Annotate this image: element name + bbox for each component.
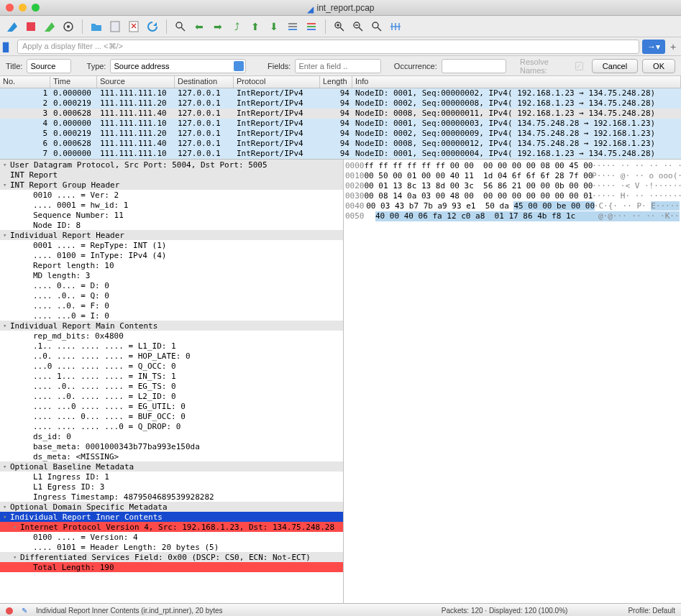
tree-item[interactable]: ▾Optional Domain Specific Metadata (0, 502, 343, 512)
tree-item[interactable]: .... ...0 .... .... = EG_UTIL: 0 (0, 401, 343, 411)
tree-item[interactable]: .... 0... = D: 0 (0, 280, 343, 290)
tree-item[interactable]: ...0 .... .... .... = Q_OCC: 0 (0, 361, 343, 371)
tree-item[interactable]: .... .... .... ...0 = Q_DROP: 0 (0, 421, 343, 431)
status-left: Individual Report Inner Contents (ir.ind… (36, 607, 223, 615)
wireshark-fin-icon: ◢ (306, 4, 314, 12)
colorize-button[interactable] (303, 19, 319, 35)
apply-filter-button[interactable]: →▾ (642, 40, 665, 54)
resolve-names-label: Resolve Names:✓ (520, 58, 583, 75)
tree-item[interactable]: ▾Individual Report Inner Contents (0, 512, 343, 522)
close-file-button[interactable] (126, 19, 142, 35)
tree-item[interactable]: ▾Internet Protocol Version 4, Src: 192.1… (0, 522, 343, 532)
tree-item[interactable]: .... .0.. .... .... = EG_TS: 0 (0, 381, 343, 391)
packet-list[interactable]: 10.000000111.111.111.10127.0.0.1IntRepor… (0, 88, 681, 159)
go-forward-button[interactable]: ➡ (210, 19, 226, 35)
tree-item[interactable]: 0100 .... = Version: 4 (0, 532, 343, 542)
go-last-button[interactable]: ⬇ (266, 19, 282, 35)
hex-row[interactable]: 001000 50 00 01 00 00 40 11 1d 04 6f 6f … (345, 171, 680, 181)
table-row[interactable]: 70.000000111.111.111.10127.0.0.1IntRepor… (0, 149, 681, 159)
zoom-reset-button[interactable] (369, 19, 385, 35)
auto-scroll-button[interactable] (285, 19, 301, 35)
start-capture-button[interactable] (4, 19, 20, 35)
save-file-button[interactable] (107, 19, 123, 35)
tree-item[interactable]: .... ..0. = F: 0 (0, 300, 343, 311)
tree-item[interactable]: .... .0.. = Q: 0 (0, 290, 343, 300)
tree-item[interactable]: ds_id: 0 (0, 431, 343, 441)
cancel-button[interactable]: Cancel (592, 59, 638, 73)
tree-item[interactable]: ..0. .... .... .... = HOP_LATE: 0 (0, 351, 343, 361)
tree-item[interactable]: MD length: 3 (0, 270, 343, 280)
table-row[interactable]: 50.000219111.111.111.20127.0.0.1IntRepor… (0, 129, 681, 139)
tree-item[interactable]: .... ...0 = I: 0 (0, 311, 343, 321)
bookmark-icon[interactable]: ▉ (3, 42, 12, 51)
tree-item[interactable]: Node ID: 8 (0, 220, 343, 230)
tree-item[interactable]: Total Length: 190 (0, 562, 343, 572)
column-editor-bar: Title: Type: Source address Fields: Occu… (0, 56, 681, 76)
reload-button[interactable] (145, 19, 160, 35)
occurrence-input[interactable] (442, 59, 506, 73)
tree-item[interactable]: base_meta: 0001000343b77ba993e150da (0, 441, 343, 451)
hex-row[interactable]: 0000ff ff ff ff ff ff 00 00 00 00 00 00 … (345, 161, 680, 171)
zoom-out-button[interactable] (350, 19, 366, 35)
tree-item[interactable]: Report length: 10 (0, 260, 343, 270)
tree-item[interactable]: ▾Individual Report Header (0, 230, 343, 240)
go-back-button[interactable]: ⬅ (191, 19, 207, 35)
table-row[interactable]: 60.000628111.111.111.40127.0.0.1IntRepor… (0, 139, 681, 149)
tree-item[interactable]: rep_md_bits: 0x4800 (0, 331, 343, 341)
tree-item[interactable]: 0010 .... = Ver: 2 (0, 190, 343, 200)
packet-details-tree[interactable]: ▾User Datagram Protocol, Src Port: 5004,… (0, 160, 344, 603)
stop-capture-button[interactable] (23, 19, 39, 35)
tree-item[interactable]: .... 0001 = hw_id: 1 (0, 200, 343, 210)
tree-item[interactable]: ▾User Datagram Protocol, Src Port: 5004,… (0, 160, 343, 170)
tree-item[interactable]: L1 Egress ID: 3 (0, 482, 343, 492)
ok-button[interactable]: OK (642, 59, 675, 73)
hex-row[interactable]: 005040 00 40 06 fa 12 c0 a8 01 17 86 4b … (345, 211, 680, 221)
table-row[interactable]: 20.000219111.111.111.20127.0.0.1IntRepor… (0, 98, 681, 109)
svg-rect-9 (307, 23, 316, 24)
fields-input[interactable] (295, 59, 381, 73)
resize-columns-button[interactable] (388, 19, 403, 35)
zoom-in-button[interactable] (332, 19, 347, 35)
go-to-packet-button[interactable]: ⤴ (229, 19, 244, 35)
tree-item[interactable]: .... 0100 = InType: IPv4 (4) (0, 250, 343, 260)
tree-item[interactable]: Ingress Timestamp: 4879504689539928282 (0, 492, 343, 502)
table-row[interactable]: 30.000628111.111.111.40127.0.0.1IntRepor… (0, 109, 681, 119)
tree-item[interactable]: .1.. .... .... .... = L1_ID: 1 (0, 341, 343, 351)
open-file-button[interactable] (88, 19, 104, 35)
tree-item[interactable]: ▾Optional Baseline Metadata (0, 461, 343, 472)
tree-item[interactable]: L1 Ingress ID: 1 (0, 472, 343, 482)
table-row[interactable]: 40.000000111.111.111.10127.0.0.1IntRepor… (0, 119, 681, 129)
tree-item[interactable]: .... ..0. .... .... = L2_ID: 0 (0, 391, 343, 401)
add-filter-button[interactable]: + (668, 41, 678, 52)
svg-point-5 (176, 22, 182, 28)
hex-row[interactable]: 003000 08 14 0a 03 00 48 00 00 00 00 00 … (345, 191, 680, 201)
hex-row[interactable]: 004000 03 43 b7 7b a9 93 e1 50 da 45 00 … (345, 201, 680, 211)
hex-row[interactable]: 002000 01 13 8c 13 8d 00 3c 56 86 21 00 … (345, 181, 680, 191)
tree-item[interactable]: ▾INT Report Group Header (0, 180, 343, 190)
status-bar: ✎ Individual Report Inner Contents (ir.i… (0, 603, 681, 616)
tree-item[interactable]: INT Report (0, 170, 343, 180)
title-input[interactable] (27, 59, 71, 73)
capture-options-button[interactable] (60, 19, 76, 35)
display-filter-input[interactable]: Apply a display filter ... <⌘/> (17, 40, 639, 54)
find-packet-button[interactable] (173, 19, 188, 35)
main-toolbar: ⬅ ➡ ⤴ ⬆ ⬇ (0, 16, 681, 37)
restart-capture-button[interactable] (42, 19, 58, 35)
packet-list-header[interactable]: No. Time Source Destination Protocol Len… (0, 76, 681, 88)
go-first-button[interactable]: ⬆ (247, 19, 263, 35)
expert-info-icon[interactable] (6, 607, 13, 615)
resolve-names-checkbox[interactable]: ✓ (575, 62, 583, 70)
tree-item[interactable]: .... .... 0... .... = BUF_OCC: 0 (0, 411, 343, 421)
type-select[interactable]: Source address (110, 59, 245, 73)
table-row[interactable]: 10.000000111.111.111.10127.0.0.1IntRepor… (0, 88, 681, 98)
tree-item[interactable]: ▾Individual Report Main Contents (0, 321, 343, 331)
tree-item[interactable]: .... 0101 = Header Length: 20 bytes (5) (0, 542, 343, 552)
tree-item[interactable]: ▾Differentiated Services Field: 0x00 (DS… (0, 552, 343, 562)
packet-bytes-hex[interactable]: 0000ff ff ff ff ff ff 00 00 00 00 00 00 … (344, 160, 681, 603)
tree-item[interactable]: Sequence Number: 11 (0, 210, 343, 220)
status-profile[interactable]: Profile: Default (628, 607, 675, 615)
tree-item[interactable]: 0001 .... = RepType: INT (1) (0, 240, 343, 250)
fields-label: Fields: (268, 62, 291, 70)
tree-item[interactable]: .... 1... .... .... = IN_TS: 1 (0, 371, 343, 381)
tree-item[interactable]: ds_meta: <MISSING> (0, 451, 343, 461)
